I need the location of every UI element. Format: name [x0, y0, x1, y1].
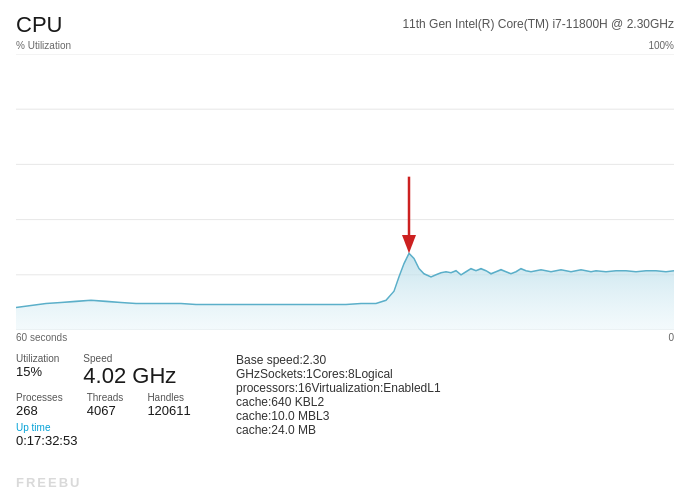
specs-grid: Base speed:2.30 GHzSockets:1Cores:8Logic… — [236, 353, 674, 448]
chart-x-labels: 60 seconds 0 — [16, 332, 674, 343]
x-start-label: 60 seconds — [16, 332, 67, 343]
x-end-label: 0 — [668, 332, 674, 343]
threads-label: Threads — [87, 392, 124, 403]
uptime-stat: Up time 0:17:32:53 — [16, 422, 236, 448]
svg-marker-7 — [402, 235, 416, 253]
processes-label: Processes — [16, 392, 63, 403]
main-container: CPU 11th Gen Intel(R) Core(TM) i7-11800H… — [0, 0, 690, 502]
processes-value: 268 — [16, 403, 63, 418]
header: CPU 11th Gen Intel(R) Core(TM) i7-11800H… — [16, 12, 674, 38]
utilization-label: Utilization — [16, 353, 59, 364]
threads-stat: Threads 4067 — [87, 392, 124, 418]
cpu-model: 11th Gen Intel(R) Core(TM) i7-11800H @ 2… — [402, 17, 674, 31]
watermark: FREEBU — [16, 475, 81, 490]
uptime-value: 0:17:32:53 — [16, 433, 236, 448]
threads-value: 4067 — [87, 403, 124, 418]
utilization-value: 15% — [16, 364, 59, 379]
handles-label: Handles — [147, 392, 190, 403]
chart-svg-wrapper — [16, 54, 674, 330]
cpu-chart-area: % Utilization 100% — [16, 40, 674, 330]
proc-thread-handle-row: Processes 268 Threads 4067 Handles 12061… — [16, 392, 236, 418]
utilization-stat: Utilization 15% — [16, 353, 59, 388]
cpu-title: CPU — [16, 12, 62, 38]
stats-section: Utilization 15% Speed 4.02 GHz Processes… — [16, 353, 674, 448]
uptime-label: Up time — [16, 422, 236, 433]
y-axis-label: % Utilization — [16, 40, 71, 51]
stats-left: Utilization 15% Speed 4.02 GHz Processes… — [16, 353, 236, 448]
handles-value: 120611 — [147, 403, 190, 418]
handles-stat: Handles 120611 — [147, 392, 190, 418]
speed-value: 4.02 GHz — [83, 364, 176, 388]
processes-stat: Processes 268 — [16, 392, 63, 418]
y-axis-max: 100% — [648, 40, 674, 51]
util-speed-row: Utilization 15% Speed 4.02 GHz — [16, 353, 236, 388]
cpu-chart-svg — [16, 54, 674, 330]
speed-stat: Speed 4.02 GHz — [83, 353, 176, 388]
